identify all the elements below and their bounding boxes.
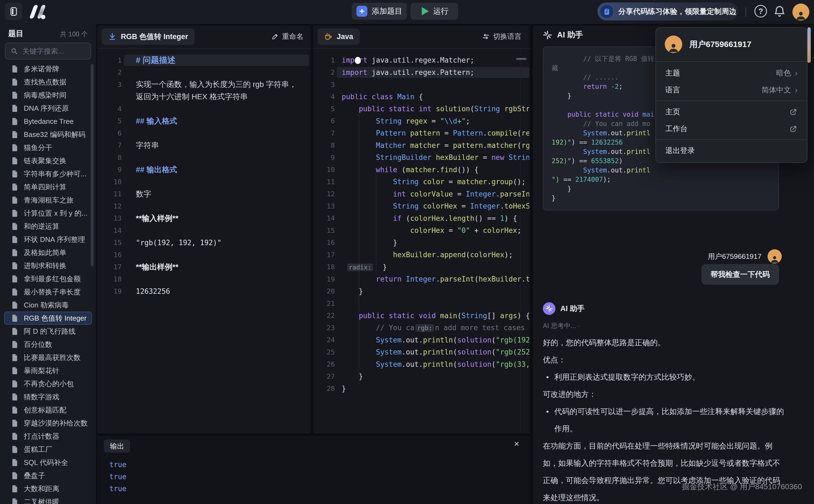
description-line[interactable]: 8 (97, 151, 310, 164)
code-line[interactable]: 8 Matcher matcher = pattern.matcher(rgbS… (313, 139, 529, 152)
notification-bell-button[interactable] (773, 5, 786, 18)
code-line[interactable]: 11 String color = matcher.group(); (313, 176, 529, 188)
output-tab[interactable]: 输出 (104, 439, 130, 453)
sidebar-item[interactable]: 二叉树供暖 (4, 495, 92, 504)
code-line[interactable]: 1import java.util.regex.Matcher; (313, 54, 529, 66)
code-line[interactable]: 5 public static int solution(String rgbS… (313, 103, 529, 115)
sidebar-item[interactable]: 进制求和转换 (4, 259, 92, 272)
sidebar-item[interactable]: Base32 编码和解码 (4, 128, 92, 141)
code-line[interactable]: 7 Pattern pattern = Pattern.compile(rege… (313, 127, 529, 139)
search-box[interactable] (5, 43, 91, 60)
description-line[interactable]: 5## 输入格式 (97, 115, 310, 127)
code-line[interactable]: 19 return Integer.parseInt(hexBuilder.to… (313, 273, 529, 285)
sidebar-item[interactable]: Bytedance Tree (4, 115, 92, 128)
code-line[interactable]: 28} (313, 383, 529, 395)
sidebar-item[interactable]: 最小替换子串长度 (4, 285, 92, 298)
sidebar-item[interactable]: 创意标题匹配 (4, 403, 92, 417)
code-line[interactable]: 23 // You cargb:n add more test cases (313, 322, 529, 334)
code-line[interactable]: 2import java.util.regex.Pattern; (313, 66, 529, 79)
description-line[interactable]: 13**输入样例** (97, 212, 310, 225)
run-button[interactable]: 运行 (411, 3, 458, 20)
sidebar-item[interactable]: 猜数字游戏 (4, 390, 92, 403)
sidebar-item[interactable]: 查找热点数据 (4, 75, 92, 89)
sidebar-item[interactable]: 和的逆运算 (4, 220, 92, 233)
description-line[interactable]: 9## 输出格式 (97, 164, 310, 176)
code-line[interactable]: 17 hexBuilder.append(colorHex); (313, 249, 529, 261)
editor-content[interactable]: 1import java.util.regex.Matcher;2import … (313, 54, 529, 432)
description-line[interactable]: 6 (97, 127, 310, 139)
sidebar-item[interactable]: RGB 色值转 Integer (4, 312, 92, 325)
menu-item-language[interactable]: 语言 简体中文› (656, 81, 807, 98)
switch-language-button[interactable]: 切换语言 (482, 32, 522, 41)
description-line[interactable]: 12 (97, 200, 310, 212)
sidebar-item[interactable]: 链表聚集交换 (4, 154, 92, 167)
description-line[interactable]: 16 (97, 249, 310, 261)
code-line[interactable]: 25 System.out.println(solution("rgb(252,… (313, 346, 529, 358)
menu-item-home[interactable]: 主页 (656, 103, 807, 120)
code-line[interactable]: 13 String colorHex = Integer.toHexString… (313, 200, 529, 212)
description-line[interactable]: 3实现一个函数，输入为长度为三的 rgb 字符串， (97, 78, 310, 91)
sidebar-item[interactable]: 青海湖租车之旅 (4, 194, 92, 207)
sidebar-item[interactable]: 比赛最高获胜次数 (4, 351, 92, 364)
description-line[interactable]: 2 (97, 66, 310, 79)
language-pill[interactable]: Java (318, 28, 360, 45)
sidebar-item[interactable]: Cion 勒索病毒 (4, 298, 92, 312)
description-line[interactable]: 11数字 (97, 188, 310, 200)
description-line[interactable]: 15"rgb(192, 192, 192)" (97, 237, 310, 249)
user-avatar-button[interactable] (792, 4, 809, 20)
sidebar-item[interactable]: 暴雨梨花针 (4, 364, 92, 377)
sidebar-item[interactable]: 及格如此简单 (4, 246, 92, 259)
sidebar-item[interactable]: SQL 代码补全 (4, 456, 92, 469)
promo-banner[interactable]: 分享代码练习体验，领限量定制周边 (598, 2, 738, 20)
description-content[interactable]: 1# 问题描述23实现一个函数，输入为长度为三的 rgb 字符串，返回为十六进制… (97, 54, 310, 432)
code-line[interactable]: 27 } (313, 370, 529, 383)
page-scrollbar-thumb[interactable] (807, 27, 811, 63)
sidebar-item[interactable]: 穿越沙漠的补给次数 (4, 417, 92, 430)
code-line[interactable]: 4public class Main { (313, 91, 529, 103)
code-line[interactable]: 3 (313, 78, 529, 91)
sidebar-item[interactable]: 打点计数器 (4, 430, 92, 443)
description-line[interactable]: 14 (97, 224, 310, 237)
description-line[interactable]: 17**输出样例** (97, 261, 310, 273)
menu-item-logout[interactable]: 退出登录 (656, 142, 807, 159)
code-line[interactable]: 6 String regex = "\\d+"; (313, 115, 529, 127)
code-line[interactable]: 22 public static void main(String[] args… (313, 310, 529, 322)
add-problem-button[interactable]: + 添加题目 (352, 3, 407, 20)
sidebar-item[interactable]: 拿到最多红包金额 (4, 272, 92, 285)
problem-title-pill[interactable]: RGB 色值转 Integer (102, 28, 195, 45)
sidebar-item[interactable]: 病毒感染时间 (4, 89, 92, 102)
description-line[interactable]: 7字符串 (97, 139, 310, 152)
code-line[interactable]: 18 radix: } (313, 261, 529, 273)
sidebar-item[interactable]: DNA 序列还原 (4, 102, 92, 115)
code-line[interactable]: 14 if (colorHex.length() == 1) { (313, 212, 529, 225)
code-line[interactable]: 12 int colorValue = Integer.parseInt(col… (313, 188, 529, 200)
sidebar-item[interactable]: 多米诺骨牌 (4, 62, 92, 75)
sidebar-item[interactable]: 蛋糕工厂 (4, 443, 92, 456)
sidebar-item[interactable]: 阿 D 的飞行路线 (4, 325, 92, 338)
code-line[interactable]: 20 } (313, 285, 529, 298)
code-line[interactable]: 10 while (matcher.find()) { (313, 164, 529, 176)
code-line[interactable]: 26 System.out.println(solution("rgb(33, … (313, 358, 529, 371)
search-input[interactable] (22, 47, 83, 56)
code-line[interactable]: 16 } (313, 237, 529, 249)
close-icon[interactable]: × (514, 438, 519, 449)
code-line[interactable]: 9 StringBuilder hexBuilder = new StringB… (313, 151, 529, 164)
description-line[interactable]: 1912632256 (97, 285, 310, 298)
sidebar-item[interactable]: 简单四则计算 (4, 180, 92, 194)
description-line[interactable]: 4 (97, 103, 310, 115)
sidebar-item[interactable]: 猫鱼分干 (4, 141, 92, 154)
help-button[interactable]: ? (754, 5, 767, 17)
code-line[interactable]: 15 colorHex = "0" + colorHex; (313, 224, 529, 237)
code-line[interactable]: 21 (313, 297, 529, 310)
menu-item-theme[interactable]: 主题 暗色› (656, 65, 807, 81)
editor-horizontal-scrollbar[interactable] (516, 58, 526, 60)
rename-button[interactable]: 重命名 (271, 32, 303, 41)
description-line[interactable]: 10 (97, 176, 310, 188)
sidebar-item[interactable]: 不再贪心的小包 (4, 377, 92, 390)
sidebar-item[interactable]: 叠盘子 (4, 469, 92, 482)
sidebar-item[interactable]: 计算位置 x 到 y 的... (4, 207, 92, 220)
sidebar-item[interactable]: 字符串有多少种可... (4, 167, 92, 180)
code-line[interactable]: 24 System.out.println(solution("rgb(192,… (313, 334, 529, 346)
description-line[interactable]: 返回为十六进制 HEX 格式字符串 (97, 91, 310, 103)
description-line[interactable]: 1# 问题描述 (97, 54, 310, 66)
